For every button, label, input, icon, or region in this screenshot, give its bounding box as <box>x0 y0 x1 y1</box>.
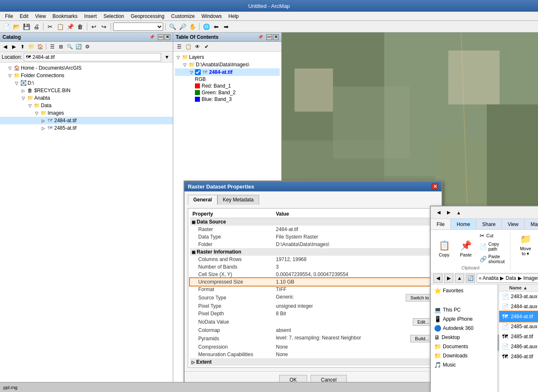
file-row-2483-aux[interactable]: 📄 2483-at.aux 14 KB 12/2/2 <box>499 291 538 302</box>
sidebar-this-pc[interactable]: 💻 This PC <box>431 305 497 314</box>
cat-back-btn[interactable]: ◀ <box>1 43 9 51</box>
sidebar-autodesk[interactable]: 🔵 Autodesk 360 <box>431 324 497 333</box>
menu-view[interactable]: View <box>32 13 49 20</box>
catalog-close-btn[interactable]: ✕ <box>164 34 170 40</box>
addr-up-btn[interactable]: ▲ <box>455 274 464 283</box>
file-row-2484-aux[interactable]: 📄 2484-at.aux 14 KB 12/8/2 <box>499 302 538 312</box>
layers-expander[interactable]: ▽ <box>175 54 182 60</box>
file-row-2485-aux[interactable]: 📄 2485-at.aux 14 KB 1/22/2 <box>499 322 538 332</box>
toc-pin-btn[interactable]: — <box>266 34 272 40</box>
explorer-back-btn[interactable]: ◀ <box>434 208 443 217</box>
file-row-2486-aux[interactable]: 📄 2486-at.aux 14 KB 1/22/2 <box>499 342 538 352</box>
cut-btn[interactable]: ✂ <box>45 22 55 31</box>
file-row-2486-tif[interactable]: 🗺 2486-at.tif 1,549,216 KB 10/29/2 <box>499 352 538 362</box>
toc-2484-expander[interactable]: ▽ <box>188 69 195 75</box>
toc-2484[interactable]: ▽ 🗺 2484-at.tif <box>175 68 280 76</box>
recycle-expander[interactable]: ▷ <box>20 87 27 94</box>
sidebar-documents[interactable]: 📁 Documents <box>431 342 497 351</box>
toc-list-by-source-btn[interactable]: 📋 <box>184 43 192 51</box>
back-btn[interactable]: ⬅ <box>212 22 221 31</box>
cat-list-btn[interactable]: ☰ <box>48 43 56 51</box>
move-to-btn[interactable]: 📁 Moveto ▾ <box>515 231 535 258</box>
new-btn[interactable]: 📄 <box>2 22 11 31</box>
cat-details-btn[interactable]: ⊞ <box>57 43 65 51</box>
menu-geoprocessing[interactable]: Geoprocessing <box>127 13 168 20</box>
ribbon-tab-manage[interactable]: Manage <box>525 219 538 229</box>
tree-item-data[interactable]: ▽ 📁 Data <box>0 102 173 109</box>
tree-item-images[interactable]: ▽ 📁 Images <box>0 109 173 117</box>
toc-path[interactable]: ▽ 📁 D:\Anabta\Data\Images\ <box>175 61 280 68</box>
tree-item-d-drive[interactable]: ▽ 💽 D:\ <box>0 79 173 87</box>
anabta-expander[interactable]: ▽ <box>20 95 27 101</box>
data-expander[interactable]: ▽ <box>27 102 33 109</box>
menu-insert[interactable]: Insert <box>81 13 100 20</box>
pan-btn[interactable]: ✋ <box>188 22 197 31</box>
paste-shortcut-btn[interactable]: 🔗 Paste shortcut <box>477 253 507 265</box>
menu-bookmarks[interactable]: Bookmarks <box>49 13 81 20</box>
toc-list-by-visibility-btn[interactable]: 👁 <box>193 43 202 51</box>
toc-2484-checkbox[interactable] <box>195 69 201 75</box>
images-expander[interactable]: ▽ <box>33 110 40 116</box>
menu-windows[interactable]: Windows <box>198 13 225 20</box>
addr-refresh-btn[interactable]: 🔄 <box>466 274 475 283</box>
zoom-in-btn[interactable]: 🔍 <box>168 22 177 31</box>
menu-selection[interactable]: Selection <box>100 13 127 20</box>
addr-back-btn[interactable]: ◀ <box>433 274 442 283</box>
cat-search-btn[interactable]: 🔍 <box>66 43 74 51</box>
print-btn[interactable]: 🖨 <box>32 22 41 31</box>
sidebar-favorites[interactable]: ⭐ Favorites <box>431 286 497 295</box>
open-btn[interactable]: 📂 <box>12 22 21 31</box>
location-dropdown-btn[interactable]: ▼ <box>163 53 171 61</box>
paste-btn[interactable]: 📌 <box>66 22 75 31</box>
paste-big-btn[interactable]: 📌 Paste <box>456 238 476 259</box>
file-row-2485-tif[interactable]: 🗺 2485-at.tif 1,549,216 KB 10/29/2 <box>499 332 538 342</box>
menu-edit[interactable]: Edit <box>16 13 32 20</box>
menu-help[interactable]: Help <box>225 13 242 20</box>
menu-customize[interactable]: Customize <box>168 13 198 20</box>
save-btn[interactable]: 💾 <box>22 22 31 31</box>
toc-list-by-drawing-btn[interactable]: ☰ <box>175 43 183 51</box>
zoom-out-btn[interactable]: 🔎 <box>178 22 187 31</box>
copy-path-btn[interactable]: 📄 Copy path <box>477 241 507 252</box>
file-row-2484-tif[interactable]: 🗺 2484-at.tif 1,549,216 KB 10/30/2 <box>499 312 538 322</box>
full-extent-btn[interactable]: 🌐 <box>202 22 211 31</box>
addr-forward-btn[interactable]: ▶ <box>444 274 453 283</box>
cat-options-btn[interactable]: ⚙ <box>83 43 91 51</box>
sidebar-iphone[interactable]: 📱 Apple iPhone <box>431 314 497 324</box>
2484-expander[interactable]: ▷ <box>40 117 47 124</box>
ribbon-tab-file[interactable]: File <box>431 219 451 229</box>
tree-item-recycle[interactable]: ▷ 🗑 $RECYCLE.BIN <box>0 87 173 94</box>
home-expander[interactable]: ▽ <box>7 65 13 71</box>
dialog-close-btn[interactable]: ✕ <box>432 183 438 190</box>
menu-file[interactable]: File <box>2 13 16 20</box>
toc-layers[interactable]: ▽ 📁 Layers <box>175 53 280 61</box>
toc-close-btn[interactable]: ✕ <box>273 34 279 40</box>
tree-item-2485[interactable]: ▷ 🗺 2485-at.tif <box>0 124 173 132</box>
2485-expander[interactable]: ▷ <box>40 125 47 131</box>
tab-general[interactable]: General <box>188 195 217 205</box>
ribbon-tab-view[interactable]: View <box>502 219 525 229</box>
folder-conn-expander[interactable]: ▽ <box>7 72 13 79</box>
copy-big-btn[interactable]: 📋 Copy <box>434 238 454 259</box>
forward-btn[interactable]: ➡ <box>222 22 231 31</box>
sidebar-downloads[interactable]: 📁 Downloads <box>431 351 497 360</box>
ribbon-tab-share[interactable]: Share <box>476 219 502 229</box>
undo-btn[interactable]: ↩ <box>89 22 99 31</box>
tree-item-home[interactable]: ▽ 🏠 Home - Documents\ArcGIS <box>0 64 173 72</box>
catalog-pin-btn[interactable]: — <box>158 34 164 40</box>
cat-refresh-btn[interactable]: 🔄 <box>74 43 83 51</box>
path-expander[interactable]: ▽ <box>182 61 188 68</box>
toc-list-by-selection-btn[interactable]: ✔ <box>202 43 211 51</box>
copy-btn[interactable]: 📋 <box>56 22 65 31</box>
tree-item-anabta[interactable]: ▽ 📁 Anabta <box>0 94 173 102</box>
redo-btn[interactable]: ↪ <box>99 22 109 31</box>
tab-key-metadata[interactable]: Key Metadata <box>217 195 259 205</box>
sidebar-desktop[interactable]: 🖥 Desktop <box>431 333 497 342</box>
tool-dropdown[interactable] <box>113 23 163 31</box>
col-name[interactable]: Name ▲ <box>501 285 538 290</box>
cat-up-btn[interactable]: ⬆ <box>18 43 27 51</box>
tree-item-folder-connections[interactable]: ▽ 📁 Folder Connections <box>0 72 173 79</box>
cat-home-btn[interactable]: 🏠 <box>36 43 44 51</box>
explorer-up-btn[interactable]: ▲ <box>454 208 463 217</box>
switch-to-btn[interactable]: Switch to <box>406 294 434 302</box>
